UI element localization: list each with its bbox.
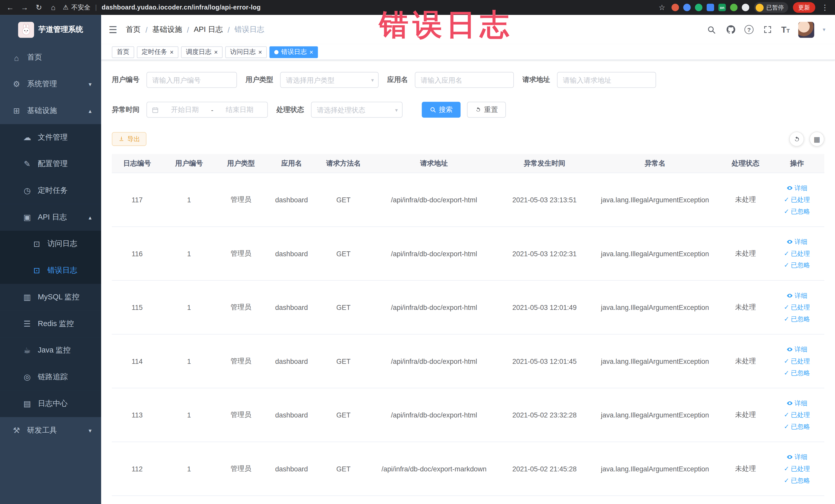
detail-link[interactable]: 详细: [787, 184, 807, 193]
mark-ignored-link[interactable]: ✓已忽略: [784, 315, 810, 323]
user-type-select[interactable]: [280, 72, 379, 88]
mark-ignored-link[interactable]: ✓已忽略: [784, 368, 810, 378]
app-name-input[interactable]: [415, 72, 514, 88]
user-avatar[interactable]: [798, 22, 814, 38]
security-indicator[interactable]: ⚠ 不安全: [63, 3, 90, 12]
date-range-picker[interactable]: 开始日期 - 结束日期: [147, 102, 268, 118]
process-status-select[interactable]: [311, 102, 403, 118]
tab-job[interactable]: 定时任务×: [137, 46, 178, 58]
github-icon[interactable]: [726, 24, 736, 35]
close-icon[interactable]: ×: [309, 49, 313, 55]
sidebar-item-home[interactable]: ⌂首页: [0, 44, 101, 71]
mark-ignored-link[interactable]: ✓已忽略: [784, 422, 810, 431]
font-size-icon[interactable]: TT: [781, 25, 790, 34]
request-url-input[interactable]: [557, 72, 656, 88]
sidebar-item-trace[interactable]: ◎链路追踪: [0, 364, 101, 390]
profile-paused-badge[interactable]: 已暂停: [754, 2, 788, 13]
close-icon[interactable]: ×: [258, 49, 262, 55]
extension-icon-paw[interactable]: [742, 4, 749, 11]
bookmark-star-icon[interactable]: ☆: [657, 3, 667, 12]
app-logo[interactable]: 芋道管理系统: [0, 15, 101, 44]
table-header: 日志编号用户编号用户类型应用名请求方法名请求地址异常发生时间异常名处理状态操作: [112, 154, 824, 173]
calendar-icon: [152, 106, 159, 113]
column-header: 请求地址: [370, 158, 498, 168]
user-id-input[interactable]: [147, 72, 237, 88]
sidebar-item-label: 链路追踪: [38, 372, 67, 382]
url-text[interactable]: dashboard.yudao.iocoder.cn/infra/log/api…: [102, 4, 261, 11]
sidebar-item-label: API 日志: [38, 213, 67, 222]
forward-icon[interactable]: →: [20, 3, 29, 12]
refresh-icon: [475, 106, 482, 113]
reload-icon[interactable]: ↻: [34, 3, 44, 12]
extension-icon-green[interactable]: [695, 4, 702, 11]
sidebar-item-error-log[interactable]: ⊡错误日志: [0, 257, 101, 284]
export-button[interactable]: 导出: [112, 132, 147, 146]
cell-request-url: /api/infra/db-doc/export-html: [370, 249, 498, 258]
detail-link[interactable]: 详细: [787, 237, 807, 246]
sidebar-item-system[interactable]: ⚙系统管理▾: [0, 71, 101, 98]
help-icon[interactable]: ?: [745, 25, 753, 34]
back-icon[interactable]: ←: [5, 3, 15, 12]
sidebar-item-job[interactable]: ◷定时任务: [0, 177, 101, 204]
breadcrumb-item[interactable]: API 日志: [194, 25, 223, 34]
active-tab-dot: [274, 50, 279, 54]
detail-link[interactable]: 详细: [787, 345, 807, 354]
sidebar-item-api-log[interactable]: ▣API 日志▴: [0, 204, 101, 231]
extension-icon-leaf[interactable]: [730, 4, 737, 11]
sidebar-item-log-center[interactable]: ▤日志中心: [0, 390, 101, 417]
detail-link[interactable]: 详细: [787, 291, 807, 300]
chrome-update-button[interactable]: 更新: [793, 2, 815, 13]
table-row: 115 1 管理员 dashboard GET /api/infra/db-do…: [112, 281, 824, 335]
extension-icon-grid[interactable]: [707, 4, 714, 11]
chrome-home-icon[interactable]: ⌂: [48, 3, 58, 12]
tab-access-log[interactable]: 访问日志×: [225, 46, 267, 58]
app-name-label: 应用名: [387, 75, 408, 85]
tab-label: 访问日志: [230, 47, 256, 57]
mark-ignored-link[interactable]: ✓已忽略: [784, 261, 810, 270]
mark-processed-link[interactable]: ✓已处理: [784, 195, 810, 204]
tab-error-log[interactable]: 错误日志×: [269, 46, 318, 58]
dev-tools-icon: ⚒: [11, 426, 22, 435]
eye-icon: [787, 239, 793, 245]
reset-button[interactable]: 重置: [467, 102, 506, 118]
sidebar-item-dev-tools[interactable]: ⚒研发工具▾: [0, 417, 101, 444]
sidebar-item-redis[interactable]: ☰Redis 监控: [0, 310, 101, 337]
fullscreen-icon[interactable]: [762, 24, 773, 35]
sidebar-item-infra[interactable]: ⊞基础设施▴: [0, 98, 101, 124]
tab-home[interactable]: 首页: [112, 46, 134, 58]
sidebar-toggle-icon[interactable]: ☰: [108, 24, 117, 36]
close-icon[interactable]: ×: [170, 49, 174, 55]
sidebar-item-java[interactable]: ☕Java 监控: [0, 337, 101, 364]
mark-ignored-link[interactable]: ✓已忽略: [784, 207, 810, 216]
sidebar-item-file[interactable]: ☁文件管理: [0, 124, 101, 151]
detail-link[interactable]: 详细: [787, 399, 807, 408]
breadcrumb-item[interactable]: 基础设施: [152, 25, 182, 34]
mark-processed-link[interactable]: ✓已处理: [784, 357, 810, 366]
sidebar-item-config[interactable]: ✎配置管理: [0, 151, 101, 177]
extension-icon-red[interactable]: [672, 4, 679, 11]
cell-request-method: GET: [317, 357, 370, 365]
extension-icon-blue[interactable]: [683, 4, 691, 11]
grid-icon: ▦: [814, 135, 820, 143]
column-settings-button[interactable]: ▦: [809, 132, 824, 146]
mark-processed-link[interactable]: ✓已处理: [784, 464, 810, 473]
sidebar-item-mysql[interactable]: ▥MySQL 监控: [0, 284, 101, 311]
extension-icon-on[interactable]: on: [718, 4, 726, 11]
chrome-menu-icon[interactable]: ⋮: [820, 3, 830, 12]
cell-app-name: dashboard: [266, 196, 317, 204]
close-icon[interactable]: ×: [214, 49, 218, 55]
avatar-caret-icon[interactable]: ▾: [823, 27, 825, 33]
mark-processed-link[interactable]: ✓已处理: [784, 249, 810, 258]
refresh-button[interactable]: [789, 132, 804, 146]
mark-processed-link[interactable]: ✓已处理: [784, 303, 810, 312]
sidebar-item-label: 系统管理: [27, 79, 57, 89]
check-icon: ✓: [784, 262, 789, 269]
breadcrumb-item[interactable]: 首页: [126, 25, 141, 34]
search-button[interactable]: 搜索: [422, 102, 461, 118]
mark-processed-link[interactable]: ✓已处理: [784, 410, 810, 419]
sidebar-item-access-log[interactable]: ⊡访问日志: [0, 230, 101, 257]
tab-job-log[interactable]: 调度日志×: [181, 46, 223, 58]
search-icon[interactable]: [706, 24, 717, 35]
mark-ignored-link[interactable]: ✓已忽略: [784, 476, 810, 485]
detail-link[interactable]: 详细: [787, 452, 807, 461]
